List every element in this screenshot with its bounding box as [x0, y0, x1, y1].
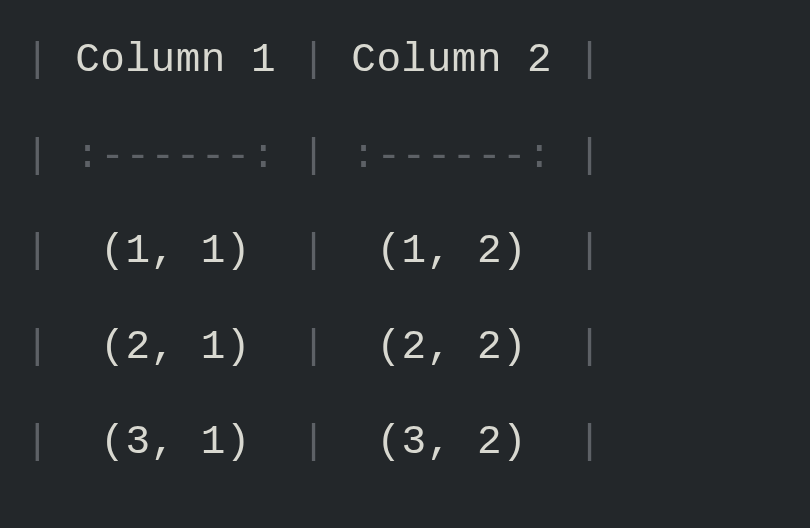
table-row: | (2, 1) | (2, 2) | — [25, 317, 785, 379]
table-header-row: | Column 1 | Column 2 | — [25, 30, 785, 92]
pipe-icon: | — [301, 419, 326, 465]
table-cell: (1, 2) — [326, 228, 577, 274]
pipe-icon: | — [577, 37, 602, 83]
table-cell: (3, 2) — [326, 419, 577, 465]
pipe-icon: | — [577, 228, 602, 274]
markdown-table-code-block: | Column 1 | Column 2 | | :------: | :--… — [25, 30, 785, 474]
pipe-icon: | — [301, 133, 326, 179]
table-separator-row: | :------: | :------: | — [25, 126, 785, 188]
pipe-icon: | — [25, 419, 50, 465]
table-cell: (1, 1) — [50, 228, 301, 274]
alignment-separator: :------: — [326, 133, 577, 179]
pipe-icon: | — [25, 133, 50, 179]
pipe-icon: | — [301, 37, 326, 83]
table-cell: (2, 2) — [326, 324, 577, 370]
pipe-icon: | — [25, 37, 50, 83]
pipe-icon: | — [577, 324, 602, 370]
table-row: | (3, 1) | (3, 2) | — [25, 412, 785, 474]
pipe-icon: | — [577, 419, 602, 465]
column-header-1: Column 1 — [50, 37, 301, 83]
pipe-icon: | — [301, 324, 326, 370]
pipe-icon: | — [25, 324, 50, 370]
column-header-2: Column 2 — [326, 37, 577, 83]
alignment-separator: :------: — [50, 133, 301, 179]
pipe-icon: | — [577, 133, 602, 179]
pipe-icon: | — [301, 228, 326, 274]
table-cell: (2, 1) — [50, 324, 301, 370]
table-cell: (3, 1) — [50, 419, 301, 465]
table-row: | (1, 1) | (1, 2) | — [25, 221, 785, 283]
pipe-icon: | — [25, 228, 50, 274]
